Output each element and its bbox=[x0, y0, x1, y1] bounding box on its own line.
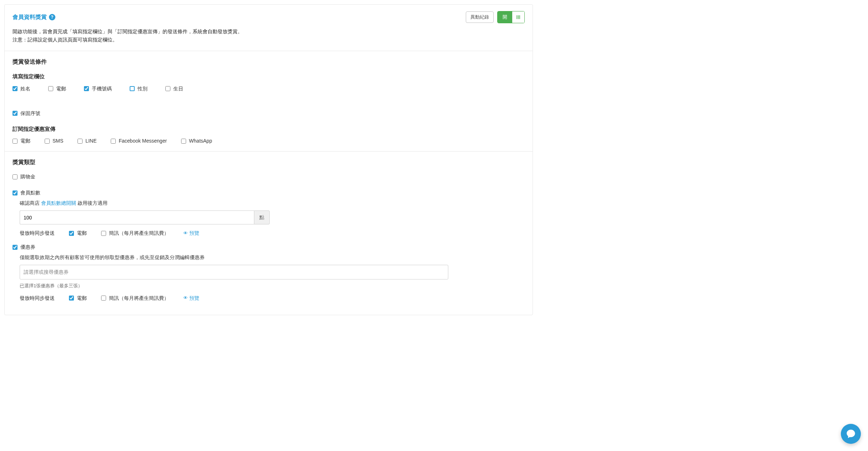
coupon-sync-sms-checkbox[interactable] bbox=[101, 296, 106, 301]
points-preview-link[interactable]: 👁預覽 bbox=[183, 229, 199, 237]
sub-fbm-checkbox[interactable] bbox=[111, 139, 116, 144]
reward-credit-label: 購物金 bbox=[20, 173, 35, 180]
header-section: 會員資料獎賞 ? 異動紀錄 開 開啟功能後，當會員完成「填寫指定欄位」與「訂閱指… bbox=[5, 5, 533, 51]
field-birthday-checkbox[interactable] bbox=[165, 86, 170, 91]
sub-line-checkbox[interactable] bbox=[78, 139, 83, 144]
coupon-sync-label: 發放時同步發送 bbox=[20, 294, 55, 302]
conditions-section: 獎賞發送條件 填寫指定欄位 姓名 電郵 手機號碼 性別 生日 保固序號 訂閱指定… bbox=[5, 51, 533, 152]
rewards-section: 獎賞類型 購物金 會員點數 確認商店 會員點數總開關 啟用後方適用 點 發放時同… bbox=[5, 152, 533, 315]
reward-credit[interactable]: 購物金 bbox=[13, 173, 525, 180]
desc-line-2: 注意：記得設定個人資訊頁面可填寫指定欄位。 bbox=[13, 36, 525, 44]
coupon-select[interactable]: 請選擇或搜尋優惠券 bbox=[20, 265, 448, 279]
points-unit: 點 bbox=[254, 210, 270, 224]
reward-credit-checkbox[interactable] bbox=[13, 174, 18, 179]
fill-fields-heading: 填寫指定欄位 bbox=[13, 73, 525, 81]
reward-points-config: 確認商店 會員點數總開關 啟用後方適用 點 發放時同步發送 電郵 簡訊（每月將產… bbox=[20, 199, 525, 237]
points-sync-sms-checkbox[interactable] bbox=[101, 231, 106, 236]
coupon-sync-email[interactable]: 電郵 bbox=[69, 294, 87, 302]
toggle-bars-icon[interactable] bbox=[512, 11, 524, 23]
toggle-switch[interactable]: 開 bbox=[497, 11, 525, 23]
svg-rect-1 bbox=[518, 15, 519, 19]
field-phone[interactable]: 手機號碼 bbox=[84, 85, 112, 93]
coupon-preview-link[interactable]: 👁預覽 bbox=[183, 294, 199, 302]
field-name[interactable]: 姓名 bbox=[13, 85, 30, 93]
header-actions: 異動紀錄 開 bbox=[466, 11, 525, 23]
reward-points-checkbox[interactable] bbox=[13, 190, 18, 195]
settings-card: 會員資料獎賞 ? 異動紀錄 開 開啟功能後，當會員完成「填寫指定欄位」與「訂閱指… bbox=[4, 4, 533, 315]
sub-sms-checkbox[interactable] bbox=[45, 139, 50, 144]
reward-coupon-label: 優惠券 bbox=[20, 243, 35, 251]
sub-whatsapp[interactable]: WhatsApp bbox=[181, 137, 212, 145]
points-sync-row: 發放時同步發送 電郵 簡訊（每月將產生簡訊費） 👁預覽 bbox=[20, 229, 525, 237]
points-sync-email-checkbox[interactable] bbox=[69, 231, 74, 236]
help-icon[interactable]: ? bbox=[49, 14, 55, 20]
eye-icon: 👁 bbox=[183, 294, 188, 302]
field-warranty[interactable]: 保固序號 bbox=[13, 110, 40, 117]
field-phone-checkbox[interactable] bbox=[84, 86, 89, 91]
coupon-sync-email-checkbox[interactable] bbox=[69, 296, 74, 301]
coupon-selected-count: 已選擇1張優惠券（最多三張） bbox=[20, 282, 525, 289]
field-email[interactable]: 電郵 bbox=[48, 85, 66, 93]
field-name-checkbox[interactable] bbox=[13, 86, 18, 91]
points-input-group: 點 bbox=[20, 210, 270, 224]
sub-email[interactable]: 電郵 bbox=[13, 137, 30, 145]
points-sync-email[interactable]: 電郵 bbox=[69, 229, 87, 237]
field-warranty-checkbox[interactable] bbox=[13, 111, 18, 116]
sub-fbm[interactable]: Facebook Messenger bbox=[111, 137, 167, 145]
points-value-input[interactable] bbox=[20, 210, 254, 224]
sub-sms[interactable]: SMS bbox=[45, 137, 63, 145]
reward-coupon[interactable]: 優惠券 bbox=[13, 243, 525, 251]
reward-coupon-checkbox[interactable] bbox=[13, 245, 18, 250]
subscribe-heading: 訂閱指定優惠宣傳 bbox=[13, 125, 525, 133]
changelog-button[interactable]: 異動紀錄 bbox=[466, 11, 494, 23]
coupon-hint: 僅能選取效期之內所有顧客皆可使用的領取型優惠券，或先至促銷及分潤編輯優惠券 bbox=[20, 254, 525, 261]
coupon-sync-sms[interactable]: 簡訊（每月將產生簡訊費） bbox=[101, 294, 169, 302]
conditions-heading: 獎賞發送條件 bbox=[13, 58, 525, 66]
header-row: 會員資料獎賞 ? 異動紀錄 開 bbox=[13, 11, 525, 23]
fill-fields-row: 姓名 電郵 手機號碼 性別 生日 保固序號 bbox=[13, 85, 525, 117]
field-gender-checkbox[interactable] bbox=[130, 86, 135, 91]
reward-points[interactable]: 會員點數 bbox=[13, 189, 525, 197]
coupon-sync-row: 發放時同步發送 電郵 簡訊（每月將產生簡訊費） 👁預覽 bbox=[20, 294, 525, 302]
field-birthday[interactable]: 生日 bbox=[165, 85, 183, 93]
reward-coupon-config: 僅能選取效期之內所有顧客皆可使用的領取型優惠券，或先至促銷及分潤編輯優惠券 請選… bbox=[20, 254, 525, 302]
reward-points-label: 會員點數 bbox=[20, 189, 40, 197]
sub-whatsapp-checkbox[interactable] bbox=[181, 139, 186, 144]
points-toggle-link[interactable]: 會員點數總開關 bbox=[41, 200, 76, 206]
svg-rect-2 bbox=[519, 15, 520, 19]
desc-line-1: 開啟功能後，當會員完成「填寫指定欄位」與「訂閱指定優惠宣傳」的發送條件，系統會自… bbox=[13, 28, 525, 36]
points-sync-sms[interactable]: 簡訊（每月將產生簡訊費） bbox=[101, 229, 169, 237]
toggle-on-label[interactable]: 開 bbox=[498, 11, 512, 23]
field-gender[interactable]: 性別 bbox=[130, 85, 148, 93]
sub-email-checkbox[interactable] bbox=[13, 139, 18, 144]
field-email-checkbox[interactable] bbox=[48, 86, 53, 91]
sub-line[interactable]: LINE bbox=[78, 137, 96, 145]
page-title: 會員資料獎賞 ? bbox=[13, 13, 55, 21]
svg-rect-0 bbox=[517, 15, 517, 19]
subscribe-row: 電郵 SMS LINE Facebook Messenger WhatsApp bbox=[13, 137, 525, 145]
points-hint: 確認商店 會員點數總開關 啟用後方適用 bbox=[20, 199, 525, 207]
title-text: 會員資料獎賞 bbox=[13, 13, 47, 21]
points-sync-label: 發放時同步發送 bbox=[20, 229, 55, 237]
eye-icon: 👁 bbox=[183, 230, 188, 237]
description: 開啟功能後，當會員完成「填寫指定欄位」與「訂閱指定優惠宣傳」的發送條件，系統會自… bbox=[13, 28, 525, 45]
rewards-heading: 獎賞類型 bbox=[13, 158, 525, 167]
